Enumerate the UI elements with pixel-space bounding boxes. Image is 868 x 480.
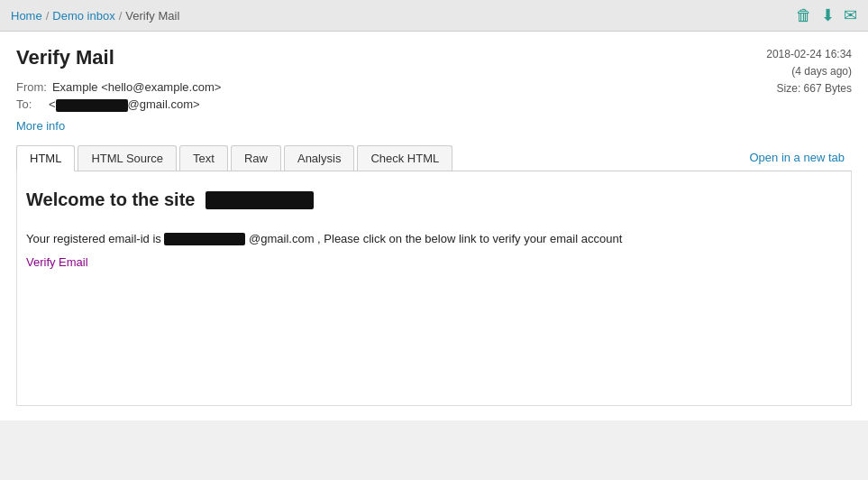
main-content: Verify Mail From: Example <hello@example… <box>0 32 868 420</box>
tabs-bar: HTML HTML Source Text Raw Analysis Check… <box>16 145 852 171</box>
more-info-link[interactable]: More info <box>16 119 65 133</box>
verify-email-link[interactable]: Verify Email <box>26 255 88 269</box>
top-actions: 🗑 ⬇ ✉ <box>796 5 857 25</box>
para-prefix: Your registered email-id is <box>26 232 161 245</box>
email-body: Welcome to the site Your registered emai… <box>16 171 852 406</box>
from-field: From: Example <hello@example.com> <box>16 80 221 94</box>
breadcrumb-current: Verify Mail <box>125 9 179 23</box>
tab-check-html[interactable]: Check HTML <box>357 145 452 171</box>
email-date: 2018-02-24 16:34 <box>766 46 852 63</box>
to-redacted <box>56 99 128 112</box>
meta-section: Verify Mail From: Example <hello@example… <box>16 46 852 133</box>
to-label: To: <box>16 97 43 112</box>
email-size: Size: 667 Bytes <box>766 80 852 97</box>
meta-left: Verify Mail From: Example <hello@example… <box>16 46 221 133</box>
heading-prefix: Welcome to the site <box>26 189 195 209</box>
tab-text[interactable]: Text <box>179 145 228 171</box>
tab-html-source[interactable]: HTML Source <box>78 145 177 171</box>
to-field: To: < @gmail.com> <box>16 97 221 112</box>
from-label: From: <box>16 80 47 94</box>
para-suffix: @gmail.com , Please click on the below l… <box>249 232 622 245</box>
trash-icon[interactable]: 🗑 <box>796 6 812 25</box>
download-icon[interactable]: ⬇ <box>821 5 835 25</box>
breadcrumb-sep-1: / <box>46 9 50 23</box>
tab-html[interactable]: HTML <box>16 145 75 171</box>
to-value: < @gmail.com> <box>49 97 200 112</box>
top-bar: Home / Demo inbox / Verify Mail 🗑 ⬇ ✉ <box>0 0 868 32</box>
from-value: Example <hello@example.com> <box>52 80 221 94</box>
breadcrumb: Home / Demo inbox / Verify Mail <box>11 9 179 23</box>
tab-analysis[interactable]: Analysis <box>284 145 354 171</box>
meta-right: 2018-02-24 16:34 (4 days ago) Size: 667 … <box>766 46 852 98</box>
heading-redacted <box>206 191 314 209</box>
tab-raw[interactable]: Raw <box>231 145 281 171</box>
email-title: Verify Mail <box>16 46 221 69</box>
para-redacted <box>164 233 245 245</box>
breadcrumb-sep-2: / <box>119 9 123 23</box>
breadcrumb-demo-inbox[interactable]: Demo inbox <box>52 9 114 23</box>
tabs-left: HTML HTML Source Text Raw Analysis Check… <box>16 145 455 171</box>
email-paragraph: Your registered email-id is @gmail.com ,… <box>26 232 842 246</box>
reply-icon[interactable]: ✉ <box>844 5 857 25</box>
email-heading: Welcome to the site <box>26 189 842 210</box>
breadcrumb-home[interactable]: Home <box>11 9 42 23</box>
email-age: (4 days ago) <box>766 63 852 80</box>
open-new-tab-link[interactable]: Open in a new tab <box>749 151 852 164</box>
